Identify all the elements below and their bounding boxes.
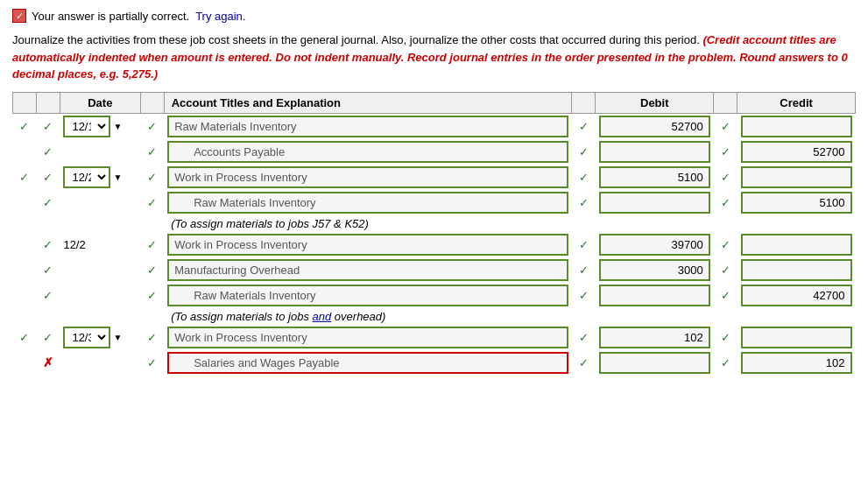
account-input-3[interactable] (167, 166, 568, 188)
account-input-5[interactable] (167, 234, 568, 256)
credit-input-9[interactable] (741, 352, 852, 374)
account-check-3: ✓ (147, 171, 157, 184)
account-check-8: ✓ (147, 331, 157, 344)
status-bar: ✓ Your answer is partially correct. Try … (12, 9, 856, 23)
debit-check-6: ✓ (579, 264, 589, 277)
account-input-9[interactable] (167, 352, 568, 374)
header-date: Date (60, 92, 140, 113)
credit-input-6[interactable] (741, 259, 852, 281)
instructions-line2: (Credit account titles are automatically… (12, 33, 848, 81)
header-debit: Debit (596, 92, 714, 113)
status-message: Your answer is partially correct. Try ag… (32, 10, 245, 23)
account-input-4[interactable] (167, 192, 568, 214)
account-input-1[interactable] (167, 116, 568, 137)
account-check-7: ✓ (147, 289, 157, 302)
journal-entry-row: ✓ ✓ ✓ ✓ (13, 283, 856, 308)
journal-entry-row: ✓ ✓ 12/1 ▼ ✓ ✓ ✓ (13, 113, 856, 139)
account-check-4: ✓ (147, 196, 157, 209)
journal-entry-row: ✓ 12/2 ✓ ✓ ✓ (13, 232, 856, 257)
date-select-3[interactable]: 12/2 (63, 166, 110, 188)
credit-check-5: ✓ (721, 238, 730, 251)
row-check-1b: ✓ (43, 120, 53, 133)
journal-entry-row: ✓ ✓ 12/2 ▼ ✓ ✓ ✓ (13, 165, 856, 190)
partial-correct-icon: ✓ (12, 9, 26, 23)
credit-input-3[interactable] (741, 166, 852, 188)
credit-check-3: ✓ (721, 171, 730, 184)
account-check-9: ✓ (147, 356, 157, 369)
note-row-2: (To assign materials to jobs and overhea… (13, 308, 856, 325)
row-check-8b: ✓ (43, 331, 53, 344)
date-select-8[interactable]: 12/3 (63, 327, 110, 348)
debit-check-1: ✓ (579, 120, 589, 133)
journal-table: Date Account Titles and Explanation Debi… (12, 92, 856, 376)
date-select-1[interactable]: 12/1 (63, 116, 110, 137)
note-text-1: (To assign materials to jobs J57 & K52) (167, 214, 372, 233)
journal-entry-row: ✓ ✓ ✓ ✓ (13, 257, 856, 283)
debit-input-8[interactable] (599, 327, 710, 348)
debit-input-4[interactable] (599, 192, 710, 214)
account-check-2: ✓ (147, 145, 157, 158)
row-check-3a: ✓ (19, 171, 29, 184)
row-check-5a: ✓ (43, 238, 53, 251)
credit-check-8: ✓ (721, 331, 730, 344)
debit-check-7: ✓ (579, 289, 589, 302)
debit-check-8: ✓ (579, 331, 589, 344)
row-check-1a: ✓ (19, 120, 29, 133)
header-account: Account Titles and Explanation (164, 92, 572, 113)
row-check-3b: ✓ (43, 171, 53, 184)
row-check-7a: ✓ (43, 289, 53, 302)
debit-input-5[interactable] (599, 234, 710, 256)
account-input-2[interactable] (167, 141, 568, 163)
credit-check-6: ✓ (721, 264, 730, 277)
debit-input-2[interactable] (599, 141, 710, 163)
row-check-8a: ✓ (19, 331, 29, 344)
account-input-6[interactable] (167, 259, 568, 281)
note-text-2: (To assign materials to jobs and overhea… (167, 307, 389, 326)
credit-input-7[interactable] (741, 285, 852, 306)
debit-check-5: ✓ (579, 238, 589, 251)
credit-input-5[interactable] (741, 234, 852, 256)
credit-input-1[interactable] (741, 116, 852, 137)
credit-input-8[interactable] (741, 327, 852, 348)
debit-input-6[interactable] (599, 259, 710, 281)
debit-input-1[interactable] (599, 116, 710, 137)
account-check-6: ✓ (147, 264, 157, 277)
note-row-1: (To assign materials to jobs J57 & K52) (13, 215, 856, 232)
debit-input-3[interactable] (599, 166, 710, 188)
debit-check-4: ✓ (579, 196, 589, 209)
credit-input-2[interactable] (741, 141, 852, 163)
journal-entry-row: ✓ ✓ ✓ ✓ (13, 190, 856, 215)
credit-check-4: ✓ (721, 196, 730, 209)
journal-entry-row: ✓ ✓ 12/3 ▼ ✓ ✓ ✓ (13, 325, 856, 350)
row-check-6a: ✓ (43, 264, 53, 277)
header-credit: Credit (737, 92, 856, 113)
note-link[interactable]: and (313, 310, 332, 323)
credit-check-1: ✓ (721, 120, 730, 133)
account-input-8[interactable] (167, 327, 568, 348)
row-check-4a: ✓ (43, 196, 53, 209)
journal-entry-row: ✗ ✓ ✓ ✓ (13, 350, 856, 376)
try-again-link[interactable]: Try again. (195, 10, 245, 23)
instructions: Journalize the activities from these job… (12, 32, 856, 83)
credit-check-7: ✓ (721, 289, 730, 302)
debit-check-2: ✓ (579, 145, 589, 158)
credit-check-2: ✓ (721, 145, 730, 158)
row-check-2a: ✓ (43, 145, 53, 158)
credit-input-4[interactable] (741, 192, 852, 214)
journal-entry-row: ✓ ✓ ✓ ✓ (13, 139, 856, 165)
debit-input-9[interactable] (599, 352, 710, 374)
debit-input-7[interactable] (599, 285, 710, 306)
credit-check-9: ✓ (721, 356, 730, 369)
account-check-5: ✓ (147, 238, 157, 251)
account-check-1: ✓ (147, 120, 157, 133)
debit-check-3: ✓ (579, 171, 589, 184)
debit-check-9: ✓ (579, 356, 589, 369)
instructions-line1: Journalize the activities from these job… (12, 32, 856, 83)
account-input-7[interactable] (167, 285, 568, 306)
